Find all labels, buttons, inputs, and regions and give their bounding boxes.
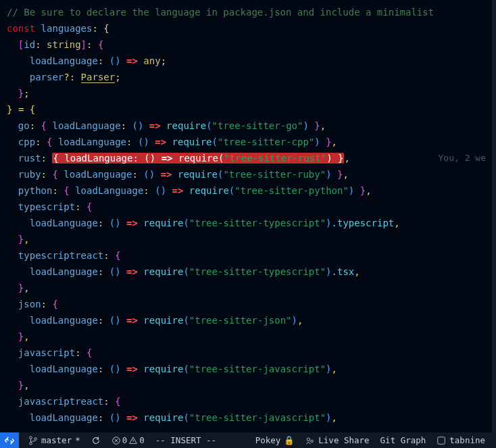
- svg-point-0: [30, 436, 32, 439]
- code-line: go: { loadLanguage: () => require("tree-…: [7, 118, 489, 134]
- remote-indicator[interactable]: [0, 432, 19, 448]
- problems-button[interactable]: 0 0: [110, 435, 146, 445]
- code-editor[interactable]: // Be sure to declare the language in pa…: [0, 0, 496, 432]
- tabnine-button[interactable]: tabnine: [435, 435, 487, 445]
- code-line: cpp: { loadLanguage: () => require("tree…: [7, 134, 489, 150]
- svg-point-5: [311, 440, 314, 443]
- sync-button[interactable]: [90, 436, 102, 445]
- status-left-group: master* 0 0 -- INSERT --: [0, 432, 218, 448]
- code-line: javascriptreact: {: [7, 393, 489, 409]
- code-line: python: { loadLanguage: () => require("t…: [7, 182, 489, 199]
- svg-point-2: [34, 437, 37, 440]
- code-line: loadLanguage: () => any;: [7, 53, 489, 69]
- code-line: loadLanguage: () => require("tree-sitter…: [7, 312, 489, 328]
- live-share-icon: [305, 436, 315, 445]
- git-blame-annotation: You, 2 we: [439, 150, 486, 166]
- code-line: };: [7, 85, 489, 101]
- vim-mode-indicator: -- INSERT --: [154, 435, 218, 445]
- code-line: },: [7, 280, 489, 296]
- code-line: typescript: {: [7, 199, 489, 215]
- code-line: },: [7, 231, 489, 247]
- code-line: javascript: {: [7, 345, 489, 361]
- highlighted-region: { loadLanguage: () => require("tree-sitt…: [52, 153, 344, 164]
- code-line: parser?: Parser;: [7, 69, 489, 85]
- error-icon: [111, 436, 121, 445]
- svg-point-4: [307, 438, 310, 441]
- code-line: loadLanguage: () => require("tree-sitter…: [7, 215, 489, 231]
- svg-rect-6: [438, 437, 445, 444]
- code-line: // Be sure to declare the language in pa…: [7, 4, 489, 20]
- code-line-highlighted: rust: { loadLanguage: () => require("tre…: [7, 150, 489, 166]
- lock-icon: 🔒: [284, 435, 295, 445]
- user-account-button[interactable]: Pokey 🔒: [254, 435, 297, 445]
- git-branch-button[interactable]: master*: [27, 435, 82, 445]
- git-graph-button[interactable]: Git Graph: [379, 435, 428, 445]
- code-line: ruby: { loadLanguage: () => require("tre…: [7, 166, 489, 182]
- branch-icon: [28, 436, 38, 445]
- code-line: loadLanguage: () => require("tree-sitter…: [7, 361, 489, 377]
- comment-text: // Be sure to declare the language in pa…: [7, 7, 434, 18]
- code-line: } = {: [7, 101, 489, 118]
- sync-icon: [91, 436, 101, 445]
- status-bar: master* 0 0 -- INSERT -- Pokey 🔒 Live Sh…: [0, 432, 496, 448]
- svg-point-1: [30, 442, 32, 445]
- remote-icon: [5, 436, 14, 445]
- code-line: loadLanguage: () => require("tree-sitter…: [7, 409, 489, 426]
- tabnine-icon: [437, 436, 446, 445]
- branch-name: master: [41, 435, 72, 445]
- minimap[interactable]: [492, 0, 496, 432]
- code-line: },: [7, 377, 489, 393]
- live-share-button[interactable]: Live Share: [304, 435, 370, 445]
- code-line: json: {: [7, 296, 489, 312]
- code-line: [id: string]: {: [7, 36, 489, 53]
- code-line: },: [7, 328, 489, 345]
- code-line: loadLanguage: () => require("tree-sitter…: [7, 264, 489, 280]
- status-right-group: Pokey 🔒 Live Share Git Graph tabnine: [254, 435, 496, 445]
- warning-icon: [128, 436, 138, 445]
- code-line: typescriptreact: {: [7, 247, 489, 264]
- code-line: const languages: {: [7, 20, 489, 36]
